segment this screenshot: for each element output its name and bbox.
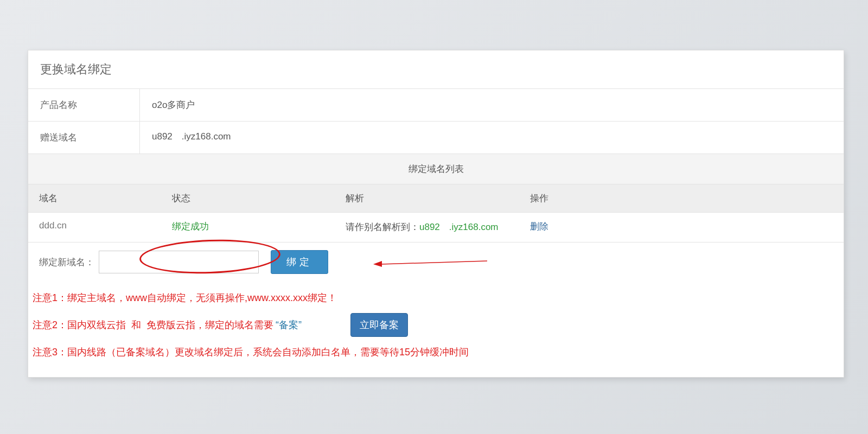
gift-domain-label: 赠送域名 bbox=[28, 122, 140, 154]
gift-domain-value: u892 .iyz168.com bbox=[140, 122, 844, 154]
table-header: 域名 状态 解析 操作 bbox=[28, 184, 844, 213]
annotation-arrow bbox=[373, 259, 487, 266]
note-2-text: 注意2：国内双线云指 和 免费版云指，绑定的域名需要 bbox=[33, 318, 273, 331]
col-status: 状态 bbox=[161, 184, 335, 212]
parse-target: u892 .iyz168.com bbox=[419, 222, 499, 232]
note-1: 注意1：绑定主域名，www自动绑定，无须再操作,www.xxxx.xxx绑定！ bbox=[30, 287, 841, 309]
domain-bind-panel: 更换域名绑定 产品名称 o2o多商户 赠送域名 u892 .iyz168.com… bbox=[28, 50, 844, 378]
row-parse: 请作别名解析到：u892 .iyz168.com bbox=[335, 213, 519, 242]
col-parse: 解析 bbox=[335, 184, 519, 212]
row-domain: ddd.cn bbox=[28, 213, 161, 242]
delete-link[interactable]: 删除 bbox=[519, 213, 844, 242]
product-row: 产品名称 o2o多商户 bbox=[28, 89, 844, 122]
col-domain: 域名 bbox=[28, 184, 161, 212]
gift-domain-row: 赠送域名 u892 .iyz168.com bbox=[28, 122, 844, 154]
bind-label: 绑定新域名： bbox=[39, 256, 94, 269]
row-status: 绑定成功 bbox=[161, 213, 335, 242]
svg-marker-1 bbox=[373, 261, 382, 267]
panel-title: 更换域名绑定 bbox=[28, 50, 844, 89]
new-domain-input[interactable] bbox=[99, 251, 259, 273]
product-value: o2o多商户 bbox=[140, 89, 844, 121]
parse-prefix: 请作别名解析到： bbox=[346, 222, 419, 232]
notes-block: 注意1：绑定主域名，www自动绑定，无须再操作,www.xxxx.xxx绑定！ … bbox=[28, 284, 844, 377]
bind-row: 绑定新域名： 绑定 bbox=[28, 242, 844, 284]
bind-button[interactable]: 绑定 bbox=[271, 250, 328, 274]
note-2-quote: “备案” bbox=[276, 318, 302, 331]
note-2: 注意2：国内双线云指 和 免费版云指，绑定的域名需要 “备案” 立即备案 bbox=[30, 309, 841, 341]
svg-line-0 bbox=[381, 261, 487, 264]
table-row: ddd.cn 绑定成功 请作别名解析到：u892 .iyz168.com 删除 bbox=[28, 213, 844, 242]
product-label: 产品名称 bbox=[28, 89, 140, 121]
col-action: 操作 bbox=[519, 184, 844, 212]
file-now-button[interactable]: 立即备案 bbox=[350, 313, 408, 337]
sub-title: 绑定域名列表 bbox=[28, 154, 844, 184]
note-3: 注意3：国内线路（已备案域名）更改域名绑定后，系统会自动添加白名单，需要等待15… bbox=[30, 341, 841, 363]
